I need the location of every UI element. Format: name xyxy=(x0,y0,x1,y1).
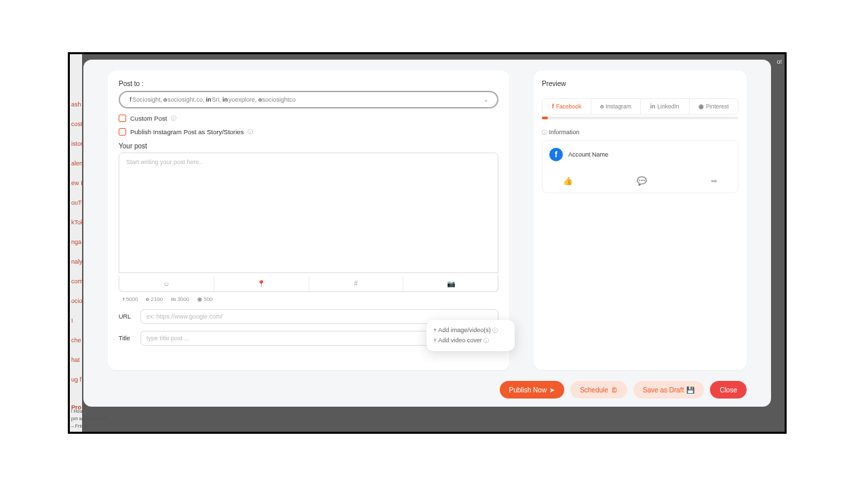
info-icon[interactable]: ⓘ xyxy=(248,128,253,136)
preview-card: f Account Name 👍 💬 ➥ xyxy=(542,140,738,193)
instagram-icon: ⌾ xyxy=(163,96,167,103)
linkedin-icon: in xyxy=(206,96,212,103)
modal-actions: Publish Now ➤ Schedule 🗓 Save as Draft 💾… xyxy=(83,375,771,407)
add-cover-button[interactable]: + Add video cover ⓘ xyxy=(433,336,508,346)
tab-pinterest[interactable]: ◉Pinterest xyxy=(689,99,738,114)
info-icon: ⓘ xyxy=(542,129,547,136)
facebook-icon: f xyxy=(123,296,125,302)
info-icon[interactable]: ⓘ xyxy=(484,338,489,344)
facebook-icon: f xyxy=(552,103,554,110)
preview-panel: Preview fFacebook ⌾Instagram inLinkedIn … xyxy=(534,70,747,370)
comment-icon[interactable]: 💬 xyxy=(637,176,647,186)
instagram-icon: ⌾ xyxy=(146,296,149,302)
custom-post-checkbox[interactable] xyxy=(119,115,126,122)
emoji-button[interactable]: ☺ xyxy=(119,276,214,291)
instagram-icon: ⌾ xyxy=(600,103,604,110)
pinterest-icon: ◉ xyxy=(698,103,704,110)
save-icon: 💾 xyxy=(686,386,694,394)
location-button[interactable]: 📍 xyxy=(214,276,309,291)
publish-now-button[interactable]: Publish Now ➤ xyxy=(500,381,565,399)
account-name: Account Name xyxy=(568,151,608,158)
linkedin-icon: in xyxy=(222,96,228,103)
info-icon[interactable]: ⓘ xyxy=(171,115,176,122)
camera-button[interactable]: 📷 xyxy=(403,276,498,291)
send-icon: ➤ xyxy=(549,386,555,394)
schedule-button[interactable]: Schedule 🗓 xyxy=(570,381,627,399)
char-counters: f5000 ⌾2100 in3000 ◉500 xyxy=(119,292,498,309)
tabs-progress xyxy=(542,117,738,119)
preview-title: Preview xyxy=(542,80,738,87)
custom-post-label: Custom Post xyxy=(130,115,167,122)
tab-linkedin[interactable]: inLinkedIn xyxy=(640,99,689,114)
pinterest-icon: ◉ xyxy=(197,296,202,302)
linkedin-icon: in xyxy=(171,296,176,302)
add-media-button[interactable]: + Add image/video(s) ⓘ xyxy=(433,325,508,336)
info-icon[interactable]: ⓘ xyxy=(492,327,498,333)
post-textarea[interactable] xyxy=(119,152,498,273)
greeting-peek: o! xyxy=(776,58,782,65)
tab-facebook[interactable]: fFacebook xyxy=(542,99,591,114)
your-post-label: Your post xyxy=(119,142,498,150)
hashtag-button[interactable]: # xyxy=(309,276,403,291)
story-checkbox[interactable] xyxy=(119,128,126,136)
story-label: Publish Instagram Post as Story/Stories xyxy=(130,128,243,136)
facebook-avatar-icon: f xyxy=(549,148,563,161)
title-label: Title xyxy=(119,335,135,342)
linkedin-icon: in xyxy=(650,103,656,110)
compose-panel: Post to : f Sociosight, ⌾ sociosight.co,… xyxy=(108,70,509,370)
facebook-icon: f xyxy=(130,96,132,103)
close-button[interactable]: Close xyxy=(710,381,747,399)
footer-peek: l Hou pm wib (GMT +7) – Friday. xyxy=(71,407,108,430)
save-draft-button[interactable]: Save as Draft 💾 xyxy=(633,381,705,399)
tab-instagram[interactable]: ⌾Instagram xyxy=(591,99,639,114)
chevron-down-icon: ⌄ xyxy=(484,96,489,103)
url-label: URL xyxy=(119,313,135,320)
info-label: Information xyxy=(549,129,580,136)
instagram-icon: ⌾ xyxy=(258,96,262,103)
preview-tabs: fFacebook ⌾Instagram inLinkedIn ◉Pintere… xyxy=(542,98,738,115)
postto-label: Post to : xyxy=(119,80,498,87)
calendar-icon: 🗓 xyxy=(611,386,618,394)
like-icon[interactable]: 👍 xyxy=(563,176,573,186)
compose-modal: Post to : f Sociosight, ⌾ sociosight.co,… xyxy=(83,60,771,407)
share-icon[interactable]: ➥ xyxy=(711,176,717,186)
postto-select[interactable]: f Sociosight, ⌾ sociosight.co, in Sri, i… xyxy=(119,91,498,108)
media-popover: + Add image/video(s) ⓘ + Add video cover… xyxy=(427,320,515,351)
editor-toolbar: ☺ 📍 # 📷 xyxy=(119,276,498,292)
